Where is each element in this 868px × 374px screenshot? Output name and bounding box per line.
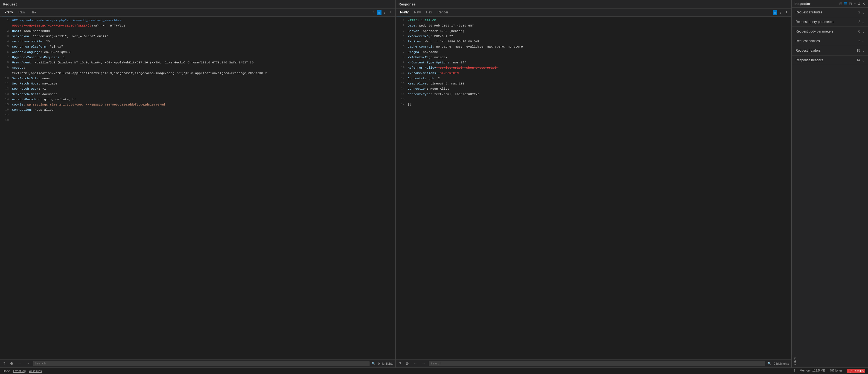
response-next-btn[interactable]: → bbox=[421, 361, 427, 366]
code-line: 3sec-ch-ua: "Chromium";v="131", "Not_A B… bbox=[0, 34, 396, 39]
response-tab-pretty[interactable]: Pretty bbox=[397, 9, 411, 17]
request-search-input[interactable] bbox=[33, 361, 370, 366]
code-line: 14Connection: Keep-Alive bbox=[396, 86, 791, 91]
code-line: 2Date: Wed, 26 Feb 2025 17:45:39 GMT bbox=[396, 23, 791, 28]
line-text: HTTP/1.1 200 OK bbox=[408, 18, 789, 23]
inspector-grid-btn[interactable]: ⊞ bbox=[839, 2, 842, 6]
inspector-list-btn[interactable]: ☰ bbox=[844, 2, 847, 6]
inspector-section-request-query-params[interactable]: Request query parameters2⌄ bbox=[792, 17, 868, 27]
request-tab-hex[interactable]: Hex bbox=[28, 9, 39, 17]
line-part: Connection bbox=[408, 87, 427, 91]
response-help-btn[interactable]: ? bbox=[398, 361, 402, 366]
response-prev-btn[interactable]: ← bbox=[412, 361, 418, 366]
inspector-section-label: Request cookies bbox=[796, 39, 820, 43]
code-line: 17 bbox=[0, 113, 396, 118]
code-line: 6Accept-Language: en-US,en;q=0.9 bbox=[0, 50, 396, 55]
line-number: 11 bbox=[398, 71, 404, 75]
request-more-btn[interactable]: ⋮ bbox=[388, 10, 394, 15]
footer-right: ℹ Memory: 119.5 MB 487 bytes 6,157 milli… bbox=[794, 369, 865, 373]
request-follow-btn[interactable]: ↕ bbox=[382, 10, 387, 15]
request-no-wrap-btn[interactable]: ⌇ bbox=[372, 10, 376, 15]
response-settings-btn[interactable]: ⚙ bbox=[404, 361, 410, 366]
inspector-section-right: 14⌄ bbox=[857, 58, 864, 62]
code-line: 15Cookie: wp-settings-time-2=1739267099;… bbox=[0, 102, 396, 107]
code-line: 5555%27+AND+(SELECT+1+FROM+(SELECT(SLEEP… bbox=[0, 23, 396, 28]
line-text: sec-ch-ua-platform: "Linux" bbox=[12, 44, 393, 49]
code-line: 12Sec-Fetch-User: ?1 bbox=[0, 86, 396, 91]
request-settings-btn[interactable]: ⚙ bbox=[9, 361, 14, 366]
time-label: 6,157 millis bbox=[847, 369, 865, 373]
code-line: 5sec-ch-ua-platform: "Linux" bbox=[0, 44, 396, 49]
code-line: 18 bbox=[0, 118, 396, 123]
notes-button[interactable]: Notes bbox=[792, 355, 798, 368]
line-number: 12 bbox=[2, 86, 9, 91]
line-part: : Mozilla/5.0 (Windows NT 10.0; Win64; x… bbox=[31, 61, 253, 64]
line-part: : strict-origin-when-cross-origin bbox=[436, 66, 499, 69]
response-search-input[interactable] bbox=[429, 361, 766, 366]
inspector-section-request-body-params[interactable]: Request body parameters0⌄ bbox=[792, 27, 868, 36]
line-part: : text/html; charset=UTF-8 bbox=[430, 92, 479, 96]
response-highlights-label: 0 highlights bbox=[774, 362, 789, 365]
code-line: 13Sec-Fetch-Dest: document bbox=[0, 92, 396, 97]
inspector-settings-btn[interactable]: ⚙ bbox=[857, 2, 861, 6]
line-text: Keep-Alive: timeout=5, max=100 bbox=[408, 81, 789, 86]
line-text: Expires: Wed, 11 Jan 1984 05:00:00 GMT bbox=[408, 39, 789, 44]
footer-bar: Done Event log All issues ℹ Memory: 119.… bbox=[0, 368, 868, 374]
all-issues-link[interactable]: All issues bbox=[29, 369, 41, 373]
inspector-close-btn[interactable]: ✕ bbox=[862, 2, 865, 6]
response-follow-btn[interactable]: ↕ bbox=[778, 10, 782, 15]
line-part: X-Frame-Options bbox=[408, 71, 436, 75]
response-header: Response bbox=[396, 0, 791, 9]
line-number: 4 bbox=[398, 34, 404, 38]
response-wrap-btn[interactable]: ≡ bbox=[773, 10, 777, 15]
inspector-section-request-attributes[interactable]: Request attributes2⌄ bbox=[792, 8, 868, 17]
request-next-btn[interactable]: → bbox=[25, 361, 31, 366]
inspector-section-request-headers[interactable]: Request headers15⌄ bbox=[792, 46, 868, 56]
line-text: [] bbox=[408, 102, 789, 106]
request-search-btn[interactable]: 🔍 bbox=[372, 362, 376, 366]
request-header: Request bbox=[0, 0, 396, 9]
line-part: : document bbox=[38, 92, 57, 96]
inspector-section-right: 2⌄ bbox=[859, 39, 864, 43]
line-part: Expires bbox=[408, 40, 421, 43]
inspector-section-right: 2⌄ bbox=[859, 10, 864, 14]
line-part: Accept bbox=[12, 66, 23, 69]
line-number: 6 bbox=[398, 44, 404, 49]
inspector-section-label: Request headers bbox=[796, 49, 820, 53]
response-tab-hex[interactable]: Hex bbox=[423, 9, 435, 17]
line-part: text/html,application/xhtml+xml,applicat… bbox=[12, 71, 267, 75]
code-line: 4X-Powered-By: PHP/8.2.27 bbox=[396, 34, 791, 39]
request-tab-raw[interactable]: Raw bbox=[16, 9, 28, 17]
line-text: X-Robots-Tag: noindex bbox=[408, 55, 789, 60]
inspector-section-response-headers[interactable]: Response headers14⌄ bbox=[792, 56, 868, 65]
inspector-section-right: 15⌄ bbox=[857, 49, 864, 53]
line-text: Connection: Keep-Alive bbox=[408, 86, 789, 91]
line-number: 5 bbox=[2, 44, 9, 49]
inspector-align-btn[interactable]: ⊟ bbox=[849, 2, 852, 6]
line-part: : noindex bbox=[430, 56, 447, 59]
response-tab-bar: Pretty Raw Hex Render ≡ ↕ ⋮ bbox=[396, 9, 791, 17]
inspector-panel: Inspector ⊞ ☰ ⊟ − ⚙ ✕ Request attributes… bbox=[792, 0, 868, 368]
response-more-btn[interactable]: ⋮ bbox=[783, 10, 789, 15]
line-text: sec-ch-ua-mobile: ?0 bbox=[12, 39, 393, 44]
request-wrap-btn[interactable]: ≡ bbox=[377, 10, 381, 15]
line-part: Referrer-Policy bbox=[408, 66, 436, 69]
response-tab-render[interactable]: Render bbox=[435, 9, 451, 17]
code-line: 12Content-Length: 2 bbox=[396, 76, 791, 81]
request-help-btn[interactable]: ? bbox=[2, 361, 6, 366]
line-part: : Keep-Alive bbox=[427, 87, 449, 91]
code-line: 9X-Content-Type-Options: nosniff bbox=[396, 60, 791, 65]
response-search-btn[interactable]: 🔍 bbox=[767, 362, 772, 366]
request-prev-btn[interactable]: ← bbox=[17, 361, 23, 366]
line-number: 6 bbox=[2, 50, 9, 54]
inspector-minimize-btn[interactable]: − bbox=[854, 2, 856, 6]
code-line: 5Expires: Wed, 11 Jan 1984 05:00:00 GMT bbox=[396, 39, 791, 44]
response-tab-raw[interactable]: Raw bbox=[411, 9, 423, 17]
line-part: [] bbox=[408, 102, 411, 106]
line-part: HTTP/1.1 200 OK bbox=[408, 19, 436, 22]
event-log-link[interactable]: Event log bbox=[13, 369, 26, 373]
inspector-section-request-cookies[interactable]: Request cookies2⌄ bbox=[792, 36, 868, 46]
request-tab-pretty[interactable]: Pretty bbox=[2, 9, 16, 17]
line-number: 17 bbox=[398, 102, 404, 106]
code-line: 14Accept-Encoding: gzip, deflate, br bbox=[0, 97, 396, 102]
